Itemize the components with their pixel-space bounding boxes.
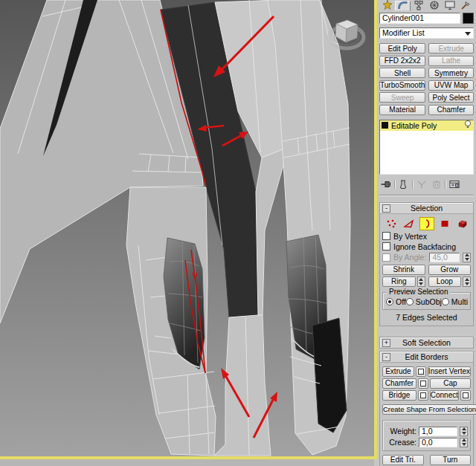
visibility-bulb-icon[interactable] — [464, 120, 472, 132]
hierarchy-tab-icon — [413, 0, 425, 12]
by-angle-field[interactable]: 45,0 — [429, 253, 460, 262]
shrink-button[interactable]: Shrink — [382, 265, 425, 275]
by-vertex-label: By Vertex — [393, 232, 427, 241]
extrude-modifier-button[interactable]: Extrude — [428, 43, 474, 54]
poly-select-button[interactable]: Poly Select — [428, 92, 474, 103]
edge-mode-icon[interactable] — [402, 217, 416, 230]
ignore-backfacing-label: Ignore Backfacing — [393, 242, 456, 251]
panel-divider — [379, 195, 474, 196]
ignore-backfacing-row: Ignore Backfacing — [382, 242, 471, 252]
insert-vertex-button[interactable]: Insert Vertex — [428, 366, 471, 377]
create-shape-button[interactable]: Create Shape From Selection — [382, 404, 476, 415]
display-tab-icon — [444, 0, 456, 12]
polygon-mode-icon[interactable] — [437, 217, 452, 230]
bridge-button[interactable]: Bridge — [382, 390, 416, 401]
selection-rollout: - Selection By Vertex Ignore Backfac — [379, 202, 474, 326]
by-angle-row: By Angle: 45,0 — [382, 252, 471, 263]
shell-button[interactable]: Shell — [379, 68, 425, 78]
weight-spinner[interactable] — [460, 427, 468, 436]
toolbar-separator — [412, 180, 413, 189]
tab-display[interactable] — [442, 1, 457, 11]
tab-create[interactable] — [379, 1, 395, 11]
show-end-result-icon[interactable] — [397, 178, 410, 190]
material-button[interactable]: Material — [379, 105, 425, 115]
crease-spinner[interactable] — [460, 438, 468, 447]
turn-button[interactable]: Turn — [430, 455, 472, 465]
by-angle-label: By Angle: — [393, 253, 426, 262]
weight-field[interactable]: 1,0 — [419, 427, 457, 436]
tab-utilities[interactable] — [457, 1, 473, 11]
collapse-toggle[interactable]: - — [382, 204, 390, 213]
edit-borders-title: Edit Borders — [405, 352, 448, 361]
radio-icon — [406, 298, 414, 305]
stack-item-editable-poly[interactable]: Editable Poly — [380, 120, 473, 131]
edit-borders-header[interactable]: - Edit Borders — [380, 352, 473, 363]
chamfer-settings-button[interactable] — [418, 378, 428, 389]
object-color-swatch[interactable] — [463, 13, 474, 24]
uvw-map-button[interactable]: UVW Map — [428, 80, 474, 91]
by-angle-spinner[interactable] — [463, 253, 471, 262]
extrude-button[interactable]: Extrude — [382, 366, 414, 377]
by-vertex-checkbox[interactable] — [382, 232, 390, 240]
sweep-button[interactable]: Sweep — [379, 92, 425, 103]
pin-stack-icon[interactable] — [379, 178, 392, 190]
remove-modifier-icon[interactable] — [430, 178, 443, 190]
subobject-mode-row — [382, 216, 471, 231]
ring-spinner[interactable] — [417, 276, 425, 287]
object-name-field[interactable]: Cylinder001 — [379, 13, 460, 24]
ring-button[interactable]: Ring — [382, 276, 416, 287]
viewport-understrip — [0, 459, 374, 466]
configure-modifier-sets-icon[interactable] — [448, 178, 460, 190]
chamfer-button[interactable]: Chamfer — [382, 378, 416, 389]
preview-subobj-option[interactable]: SubObj — [406, 297, 442, 306]
crease-field[interactable]: 0,0 — [419, 438, 457, 447]
grow-button[interactable]: Grow — [428, 265, 472, 275]
make-unique-icon[interactable] — [415, 178, 428, 190]
ffd-2x2x2-button[interactable]: FFD 2x2x2 — [379, 56, 425, 66]
modifier-stack[interactable]: Editable Poly — [379, 120, 474, 175]
weight-label: Weight: — [385, 427, 416, 436]
soft-selection-rollout: + Soft Selection — [379, 337, 474, 349]
turbosmooth-button[interactable]: TurboSmooth — [379, 80, 425, 91]
symmetry-button[interactable]: Symmetry — [428, 68, 474, 78]
preview-subobj-label: SubObj — [416, 297, 442, 306]
preview-off-option[interactable]: Off — [386, 297, 406, 306]
tab-hierarchy[interactable] — [411, 1, 426, 11]
loop-button[interactable]: Loop — [428, 276, 462, 287]
selection-rollout-header[interactable]: - Selection — [380, 203, 473, 214]
edit-tri-button[interactable]: Edit Tri. — [382, 455, 424, 465]
viewport-3d[interactable] — [0, 0, 374, 456]
expand-toggle[interactable]: + — [382, 339, 390, 347]
ignore-backfacing-checkbox[interactable] — [382, 242, 390, 250]
border-mode-icon[interactable] — [419, 217, 434, 230]
extrude-settings-button[interactable] — [416, 366, 426, 377]
modifier-list-dropdown[interactable]: Modifier List — [379, 27, 474, 39]
preview-multi-option[interactable]: Multi — [442, 297, 468, 306]
bridge-settings-button[interactable] — [418, 390, 428, 401]
tab-modify[interactable] — [395, 1, 411, 11]
vertex-mode-icon[interactable] — [384, 217, 399, 230]
collapse-toggle[interactable]: - — [382, 353, 390, 361]
soft-selection-header[interactable]: + Soft Selection — [380, 337, 473, 348]
lathe-button[interactable]: Lathe — [428, 56, 474, 66]
connect-button[interactable]: Connect — [430, 390, 459, 401]
stack-toolbar — [379, 178, 474, 190]
edit-borders-rollout: - Edit Borders Extrude Insert Vertex Cha… — [379, 351, 474, 466]
create-tab-icon — [382, 0, 393, 12]
tab-motion[interactable] — [426, 1, 442, 11]
edit-poly-button[interactable]: Edit Poly — [379, 43, 425, 54]
toolbar-separator — [394, 180, 395, 189]
radio-icon — [442, 298, 449, 305]
by-angle-checkbox[interactable] — [382, 253, 390, 262]
preview-selection-group: Preview Selection Off SubObj Multi — [382, 292, 471, 310]
chamfer-modifier-button[interactable]: Chamfer — [428, 105, 474, 115]
loop-spinner[interactable] — [463, 276, 471, 287]
connect-settings-button[interactable] — [460, 390, 471, 401]
soft-selection-title: Soft Selection — [402, 338, 451, 347]
modifier-list-label: Modifier List — [382, 28, 425, 37]
element-mode-icon[interactable] — [455, 217, 470, 230]
by-vertex-row: By Vertex — [382, 231, 471, 242]
command-panel-tabs — [379, 0, 474, 11]
cap-button[interactable]: Cap — [430, 378, 471, 389]
selection-rollout-title: Selection — [411, 204, 443, 213]
